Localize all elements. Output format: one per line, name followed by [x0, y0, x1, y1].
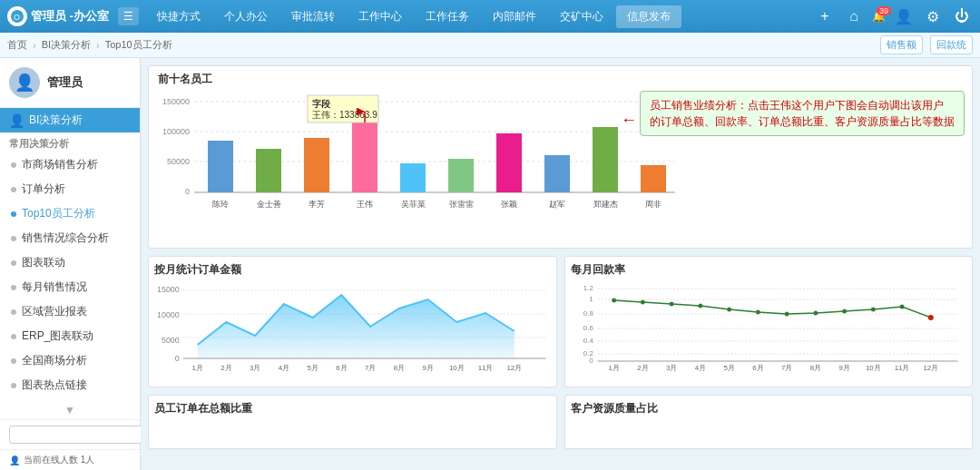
sidebar-item-1[interactable]: 订单分析 [0, 177, 140, 201]
sidebar-list: 常用决策分析 市商场销售分析 订单分析 Top10员工分析 销售情况综合分析 图… [0, 132, 140, 401]
sidebar-section-header: 👤 BI决策分析 [0, 108, 140, 132]
sidebar-item-9[interactable]: 图表热点链接 [0, 373, 140, 397]
svg-text:6月: 6月 [752, 364, 763, 372]
area-chart-title: 按月统计订单金额 [154, 262, 551, 278]
pie-chart-2-title: 客户资源质量占比 [571, 401, 967, 416]
svg-text:王伟: 王伟 [357, 200, 373, 209]
breadcrumb-home[interactable]: 首页 [7, 38, 27, 52]
svg-text:9月: 9月 [422, 364, 433, 372]
annotation-arrow: ← [621, 108, 637, 132]
svg-point-62 [698, 304, 702, 308]
bar-chart-section: 前十名员工 ← 员工销售业绩分析：点击王伟这个用户下图会自动调出该用户的订单总额… [148, 65, 973, 249]
svg-text:1.2: 1.2 [583, 284, 593, 292]
user-icon[interactable]: 👤 [893, 5, 915, 27]
nav-shortcuts[interactable]: 快捷方式 [146, 5, 211, 28]
svg-text:5000: 5000 [162, 336, 180, 345]
sidebar-item-6[interactable]: 区域营业报表 [0, 299, 140, 324]
return-btn[interactable]: 回款统 [930, 35, 973, 54]
power-icon[interactable]: ⏻ [951, 5, 973, 27]
sidebar-online: 👤 当前在线人数 1人 [0, 449, 140, 470]
add-btn[interactable]: + [814, 5, 836, 27]
sales-btn[interactable]: 销售额 [880, 35, 923, 54]
home-btn[interactable]: ⌂ [843, 5, 865, 27]
bar-jinshishan[interactable] [256, 149, 281, 192]
settings-icon[interactable]: ⚙ [922, 5, 944, 27]
svg-point-66 [813, 311, 818, 316]
sidebar-item-3[interactable]: 销售情况综合分析 [0, 226, 140, 250]
svg-text:1月: 1月 [608, 364, 619, 372]
svg-text:字段: 字段 [312, 99, 331, 109]
sidebar-bottom: 🔍 [0, 419, 140, 449]
svg-text:10月: 10月 [865, 364, 880, 372]
svg-point-67 [842, 309, 847, 314]
svg-text:0: 0 [175, 354, 180, 363]
nav-approval[interactable]: 审批流转 [280, 5, 346, 28]
bar-zhangleilei[interactable] [448, 159, 474, 192]
svg-point-59 [612, 299, 616, 303]
svg-text:100000: 100000 [162, 127, 190, 136]
pie-chart-1-title: 员工订单在总额比重 [154, 401, 551, 416]
sidebar-item-5[interactable]: 每月销售情况 [0, 275, 140, 299]
bar-zhengjj[interactable] [593, 127, 618, 192]
secondbar-actions: 销售额 回款统 [880, 35, 973, 54]
svg-text:金士善: 金士善 [257, 200, 281, 209]
svg-text:0.6: 0.6 [583, 324, 593, 332]
svg-text:6月: 6月 [336, 364, 347, 372]
sidebar-item-7[interactable]: ERP_图表联动 [0, 324, 140, 348]
svg-marker-32 [198, 295, 514, 358]
sidebar-search-input[interactable] [9, 426, 147, 444]
svg-text:11月: 11月 [894, 364, 909, 372]
bar-zhaojun[interactable] [544, 155, 570, 192]
pie-chart-1: 员工订单在总额比重 [148, 395, 557, 449]
svg-text:50000: 50000 [167, 157, 190, 166]
svg-point-70 [927, 315, 933, 320]
bar-chenling[interactable] [208, 141, 233, 192]
sidebar-section-title: BI决策分析 [29, 113, 83, 128]
topbar-menu-icon[interactable]: ☰ [118, 7, 139, 25]
secondbar: 首页 › BI决策分析 › Top10员工分析 销售额 回款统 [0, 33, 980, 58]
annotation-box: ← 员工销售业绩分析：点击王伟这个用户下图会自动调出该用户的订单总额、回款率、订… [640, 91, 965, 136]
area-chart-container: 15000 10000 5000 0 [154, 281, 551, 381]
nav-worktask[interactable]: 工作任务 [415, 5, 480, 28]
pie-chart-row: 员工订单在总额比重 客户资源质量占比 [148, 395, 973, 449]
sidebar-item-0[interactable]: 市商场销售分析 [0, 152, 140, 177]
svg-text:10月: 10月 [449, 364, 465, 372]
svg-text:李芳: 李芳 [309, 200, 325, 209]
bar-chart-svg: 150000 100000 50000 0 陈玲 金士善 [158, 91, 684, 240]
bar-lifang[interactable] [304, 138, 329, 192]
svg-text:150000: 150000 [162, 97, 190, 106]
bar-zhangying[interactable] [496, 133, 522, 192]
nav-exchange[interactable]: 交矿中心 [549, 5, 614, 28]
sidebar-item-2[interactable]: Top10员工分析 [0, 201, 140, 226]
pie-chart-2: 客户资源质量占比 [564, 395, 974, 449]
online-text: 当前在线人数 1人 [24, 454, 94, 466]
svg-text:张雷雷: 张雷雷 [449, 200, 474, 209]
notification-badge[interactable]: 🔔 39 [872, 10, 886, 23]
sidebar-item-8[interactable]: 全国商场分析 [0, 348, 140, 373]
main-layout: 👤 管理员 👤 BI决策分析 常用决策分析 市商场销售分析 订单分析 Top10… [0, 58, 980, 470]
svg-text:12月: 12月 [506, 364, 522, 372]
svg-point-63 [727, 308, 731, 312]
line-chart-container: 1.2 1 0.8 0.6 0.4 0.2 0 [571, 281, 967, 381]
nav-info[interactable]: 信息发布 [616, 5, 681, 28]
online-icon: 👤 [9, 455, 20, 465]
area-chart-svg: 15000 10000 5000 0 [154, 281, 551, 381]
sidebar-user: 👤 管理员 [0, 58, 140, 108]
svg-text:7月: 7月 [365, 364, 376, 372]
line-chart-svg: 1.2 1 0.8 0.6 0.4 0.2 0 [571, 281, 967, 381]
nav-workcenter[interactable]: 工作中心 [348, 5, 413, 28]
svg-point-61 [669, 302, 673, 307]
svg-text:4月: 4月 [694, 364, 705, 372]
bar-zhoufei[interactable] [641, 165, 666, 192]
sidebar-scroll-down[interactable]: ▼ [0, 401, 140, 419]
breadcrumb-bi[interactable]: BI决策分析 [42, 38, 91, 52]
bar-wufeicai[interactable] [400, 163, 426, 192]
sidebar-item-4[interactable]: 图表联动 [0, 250, 140, 275]
svg-point-69 [899, 305, 904, 309]
bar-wangwei[interactable] [352, 112, 377, 192]
svg-text:2月: 2月 [220, 364, 231, 372]
svg-text:3月: 3月 [250, 364, 260, 372]
nav-personal[interactable]: 个人办公 [213, 5, 279, 28]
svg-text:O: O [14, 13, 20, 22]
nav-mail[interactable]: 内部邮件 [482, 5, 547, 28]
